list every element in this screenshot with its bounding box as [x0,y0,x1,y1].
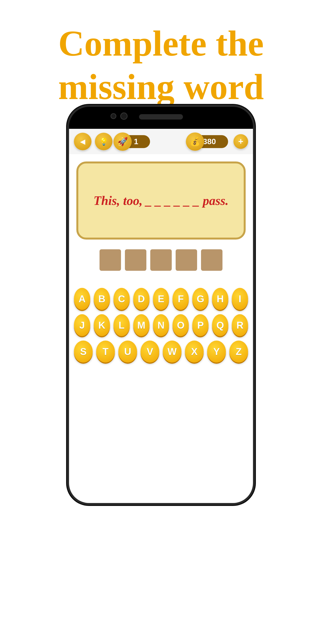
key-row-2: J K L M N O P Q R [74,314,248,336]
key-Z[interactable]: Z [229,340,248,362]
clue-box: This, too, _ _ _ _ _ _ pass. [76,162,246,240]
key-C[interactable]: C [114,288,130,310]
camera-right-icon [120,112,128,120]
key-F[interactable]: F [172,288,189,310]
key-K[interactable]: K [94,314,110,336]
boost-container: 🚀 1 [116,135,150,148]
speaker-icon [139,114,183,120]
key-G[interactable]: G [192,288,208,310]
key-O[interactable]: O [172,314,189,336]
camera-left-icon [110,113,116,119]
hint-button[interactable] [95,133,112,150]
key-row-1: A B C D E F G H I [74,288,248,310]
title-line2: missing word [58,67,264,107]
key-T[interactable]: T [96,340,115,362]
boost-count: 1 [134,137,138,146]
clue-text: This, too, _ _ _ _ _ _ pass. [94,194,228,208]
coins-count: 380 [203,137,216,146]
key-A[interactable]: A [74,288,90,310]
key-W[interactable]: W [163,340,182,362]
answer-box-3[interactable] [150,249,172,271]
phone-frame: 🚀 1 💰 380 + This, too, _ _ _ _ _ _ pass. [67,105,255,505]
key-U[interactable]: U [118,340,137,362]
key-Q[interactable]: Q [212,314,228,336]
title-line1: Complete the [58,24,264,64]
key-V[interactable]: V [140,340,159,362]
key-Y[interactable]: Y [207,340,226,362]
answer-box-1[interactable] [100,249,121,271]
add-coins-button[interactable]: + [234,134,248,149]
key-S[interactable]: S [74,340,93,362]
answer-box-2[interactable] [125,249,146,271]
boost-icon: 🚀 [114,132,132,151]
back-button[interactable] [74,133,92,150]
key-R[interactable]: R [232,314,248,336]
answer-box-4[interactable] [176,249,197,271]
key-L[interactable]: L [114,314,130,336]
keyboard: A B C D E F G H I J K L M N O P Q R [69,286,253,369]
answer-boxes [69,249,253,271]
key-B[interactable]: B [94,288,110,310]
key-I[interactable]: I [232,288,248,310]
key-H[interactable]: H [212,288,228,310]
key-P[interactable]: P [192,314,208,336]
phone-notch [69,107,253,129]
key-M[interactable]: M [133,314,150,336]
answer-box-5[interactable] [201,249,222,271]
key-J[interactable]: J [74,314,90,336]
key-row-3: S T U V W X Y Z [74,340,248,362]
key-D[interactable]: D [133,288,150,310]
key-X[interactable]: X [185,340,204,362]
key-N[interactable]: N [153,314,169,336]
side-button [254,192,255,212]
top-bar: 🚀 1 💰 380 + [69,129,253,154]
coins-icon: 💰 [186,132,204,151]
key-E[interactable]: E [153,288,169,310]
phone-screen: 🚀 1 💰 380 + This, too, _ _ _ _ _ _ pass. [69,129,253,503]
coins-container: 💰 380 [188,135,228,148]
title-text: Complete the missing word [0,22,322,108]
